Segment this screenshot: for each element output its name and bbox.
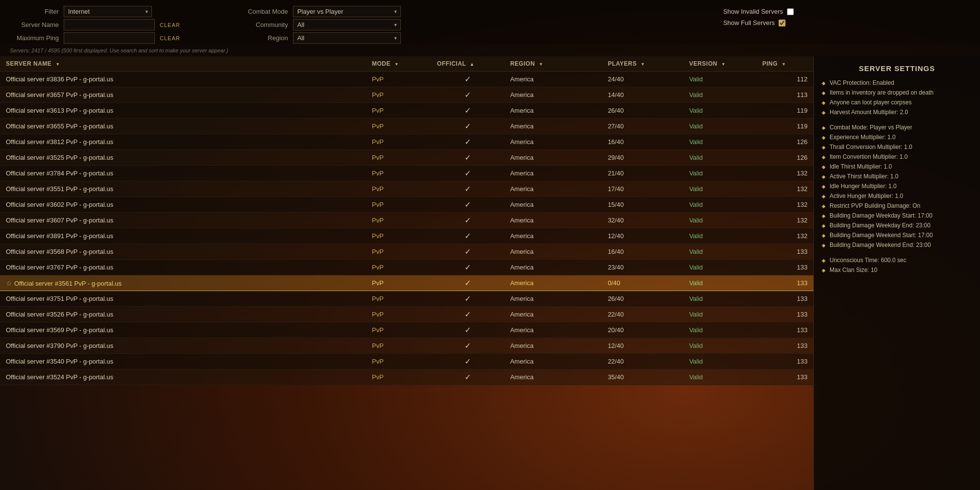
table-row[interactable]: Official server #3525 PvP - g-portal.usP…	[0, 150, 813, 166]
combat-mode-select[interactable]: Player vs Player	[293, 6, 401, 17]
ping-cell: 133	[757, 354, 813, 369]
diamond-icon: ◆	[822, 100, 826, 105]
players-cell: 26/40	[602, 103, 683, 119]
region-cell: America	[504, 369, 602, 385]
combat-mode-select-wrapper[interactable]: Player vs Player	[293, 6, 401, 17]
table-row[interactable]: Official server #3524 PvP - g-portal.usP…	[0, 369, 813, 385]
settings-item-text: Building Damage Weekend End: 23:00	[830, 242, 931, 248]
table-row[interactable]: Official server #3540 PvP - g-portal.usP…	[0, 354, 813, 369]
ping-cell: 132	[757, 166, 813, 181]
table-row[interactable]: Official server #3655 PvP - g-portal.usP…	[0, 119, 813, 134]
table-row[interactable]: Official server #3790 PvP - g-portal.usP…	[0, 338, 813, 354]
region-select[interactable]: All	[293, 32, 401, 44]
table-row[interactable]: Official server #3569 PvP - g-portal.usP…	[0, 322, 813, 338]
list-item: ◆Restrict PVP Building Damage: On	[822, 202, 972, 209]
diamond-icon: ◆	[822, 145, 826, 150]
max-ping-input[interactable]	[64, 32, 155, 44]
table-row[interactable]: Official server #3602 PvP - g-portal.usP…	[0, 197, 813, 213]
diamond-icon: ◆	[822, 268, 826, 273]
diamond-icon: ◆	[822, 184, 826, 189]
server-name-cell: Official server #3784 PvP - g-portal.us	[0, 166, 366, 181]
players-cell: 24/40	[602, 72, 683, 87]
region-cell: America	[504, 228, 602, 244]
server-table-scroll[interactable]: Official server #3836 PvP - g-portal.usP…	[0, 72, 813, 490]
server-count-bar: Servers: 2417 / 4595 (500 first displaye…	[0, 44, 980, 56]
region-cell: America	[504, 307, 602, 322]
list-item: ◆Anyone can loot player corpses	[822, 99, 972, 106]
region-cell: America	[504, 213, 602, 228]
table-row[interactable]: Official server #3613 PvP - g-portal.usP…	[0, 103, 813, 119]
mode-cell: PvP	[366, 72, 431, 87]
header-players[interactable]: PLAYERS ▼	[602, 56, 683, 72]
official-cell: ✓	[431, 291, 504, 307]
filter-select-wrapper[interactable]: Internet	[64, 6, 152, 17]
players-cell: 32/40	[602, 213, 683, 228]
header-mode[interactable]: MODE ▼	[366, 56, 431, 72]
table-row[interactable]: Official server #3812 PvP - g-portal.usP…	[0, 134, 813, 150]
table-row[interactable]: Official server #3607 PvP - g-portal.usP…	[0, 213, 813, 228]
settings-item-text: Thrall Conversion Multiplier: 1.0	[830, 144, 912, 150]
header-region[interactable]: REGION ▼	[504, 56, 602, 72]
mode-cell: PvP	[366, 197, 431, 213]
version-cell: Valid	[683, 87, 756, 103]
mode-cell: PvP	[366, 338, 431, 354]
mode-cell: PvP	[366, 307, 431, 322]
table-row[interactable]: Official server #3526 PvP - g-portal.usP…	[0, 307, 813, 322]
mode-cell: PvP	[366, 103, 431, 119]
official-cell: ✓	[431, 103, 504, 119]
table-row[interactable]: Official server #3551 PvP - g-portal.usP…	[0, 181, 813, 197]
header-ping[interactable]: PING ▼	[757, 56, 813, 72]
show-invalid-checkbox[interactable]	[787, 8, 794, 15]
header-server-name[interactable]: SERVER NAME ▼	[0, 56, 366, 72]
show-full-checkbox[interactable]	[779, 20, 785, 26]
server-name-cell: Official server #3569 PvP - g-portal.us	[0, 322, 366, 338]
server-name-cell: Official server #3540 PvP - g-portal.us	[0, 354, 366, 369]
table-row[interactable]: Official server #3657 PvP - g-portal.usP…	[0, 87, 813, 103]
table-row[interactable]: Official server #3784 PvP - g-portal.usP…	[0, 166, 813, 181]
table-row[interactable]: Official server #3751 PvP - g-portal.usP…	[0, 291, 813, 307]
region-cell: America	[504, 275, 602, 291]
settings-item-text: Building Damage Weekday Start: 17:00	[830, 212, 932, 219]
official-cell: ✓	[431, 119, 504, 134]
max-ping-label: Maximum Ping	[10, 34, 59, 42]
settings-title: SERVER SETTINGS	[822, 64, 972, 73]
official-cell: ✓	[431, 307, 504, 322]
settings-divider	[822, 252, 972, 253]
ping-cell: 119	[757, 119, 813, 134]
community-select[interactable]: All	[293, 19, 401, 30]
table-row[interactable]: Official server #3767 PvP - g-portal.usP…	[0, 260, 813, 275]
list-item: ◆Max Clan Size: 10	[822, 267, 972, 273]
sort-icon-version: ▼	[721, 62, 726, 67]
show-invalid-label: Show Invalid Servers	[723, 8, 783, 15]
header-official[interactable]: OFFICIAL ▲	[431, 56, 504, 72]
list-item: ◆Unconscious Time: 600.0 sec	[822, 257, 972, 264]
table-row[interactable]: ☆Official server #3561 PvP - g-portal.us…	[0, 275, 813, 291]
server-name-input[interactable]	[64, 19, 155, 30]
table-row[interactable]: Official server #3836 PvP - g-portal.usP…	[0, 72, 813, 87]
mode-cell: PvP	[366, 244, 431, 260]
region-cell: America	[504, 181, 602, 197]
version-cell: Valid	[683, 260, 756, 275]
header-version[interactable]: VERSION ▼	[683, 56, 756, 72]
table-row[interactable]: Official server #3568 PvP - g-portal.usP…	[0, 244, 813, 260]
filter-label: Filter	[10, 8, 59, 15]
server-name-cell: Official server #3836 PvP - g-portal.us	[0, 72, 366, 87]
table-row[interactable]: Official server #3891 PvP - g-portal.usP…	[0, 228, 813, 244]
region-cell: America	[504, 244, 602, 260]
diamond-icon: ◆	[822, 223, 826, 228]
settings-divider	[822, 120, 972, 120]
server-name-clear-button[interactable]: CLEAR	[160, 22, 180, 28]
max-ping-clear-button[interactable]: CLEAR	[160, 35, 180, 41]
version-cell: Valid	[683, 197, 756, 213]
server-name-cell: Official server #3655 PvP - g-portal.us	[0, 119, 366, 134]
version-cell: Valid	[683, 291, 756, 307]
sort-icon-ping: ▼	[782, 62, 786, 67]
ping-cell: 112	[757, 72, 813, 87]
official-cell: ✓	[431, 260, 504, 275]
settings-item-text: Building Damage Weekend Start: 17:00	[830, 232, 933, 239]
region-select-wrapper[interactable]: All	[293, 32, 401, 44]
community-select-wrapper[interactable]: All	[293, 19, 401, 30]
ping-cell: 133	[757, 369, 813, 385]
filter-select[interactable]: Internet	[64, 6, 152, 17]
region-cell: America	[504, 260, 602, 275]
